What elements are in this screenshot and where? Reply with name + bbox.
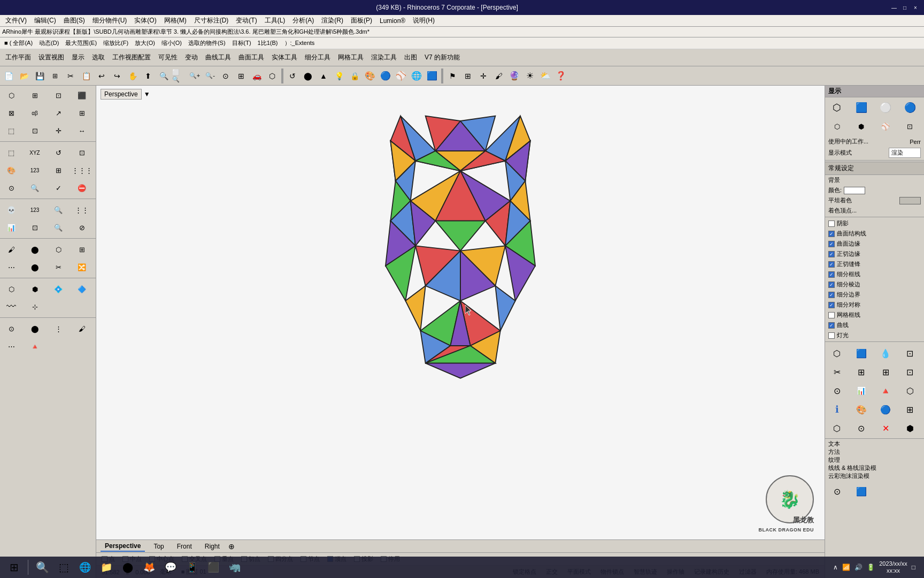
menu-dim[interactable]: 尺寸标注(D) [191, 15, 232, 26]
cmd-extents[interactable]: 最大范围(E) [63, 39, 99, 48]
rbi-5[interactable]: ✂ [826, 363, 848, 381]
tb-icon-viewport2[interactable]: ⬡ [265, 69, 280, 83]
lt-icon-16[interactable]: ⊡ [72, 144, 92, 161]
tb-icon-flag[interactable]: ⚑ [445, 69, 460, 83]
tb-v7[interactable]: V7 的新功能 [421, 52, 463, 63]
tb-icon-open[interactable]: 📂 [17, 69, 32, 83]
menu-curve[interactable]: 曲图(S) [60, 15, 88, 26]
lt-icon-37[interactable]: ⋯ [1, 258, 21, 276]
tb-workplane[interactable]: 工作平面 [2, 52, 34, 63]
ri-ico3[interactable]: ⚾ [875, 117, 896, 135]
tb-icon-copy[interactable]: ⊞ [48, 69, 63, 83]
ri-persp[interactable]: ⬡ [826, 98, 848, 117]
lt-icon-43[interactable]: 💠 [48, 280, 68, 298]
menu-panel[interactable]: 面板(P) [348, 15, 375, 26]
lt-icon-50[interactable]: 🖌 [72, 320, 92, 337]
lt-icon-3[interactable]: ⊡ [48, 87, 68, 104]
rbvi-1[interactable]: ⊙ [826, 482, 848, 500]
tb-icon-lamp[interactable]: 💡 [332, 69, 346, 83]
cmd-dynamic[interactable]: 动态(D) [37, 39, 61, 48]
rbi-7[interactable]: ⊞ [875, 363, 896, 381]
menu-lumion[interactable]: Lumion® [376, 16, 409, 26]
tb-icon-help[interactable]: ❓ [553, 69, 568, 83]
cb-meshedge-box[interactable]: ✓ [828, 271, 835, 278]
lt-icon-18[interactable]: 123 [25, 162, 45, 179]
lt-icon-20[interactable]: ⋮⋮⋮ [72, 162, 92, 179]
tb-icon-pan[interactable]: ✋ [125, 69, 140, 83]
menu-edit[interactable]: 编辑(C) [31, 15, 59, 26]
rbi-16[interactable]: ⊞ [899, 400, 921, 419]
right-color-swatch[interactable] [844, 187, 865, 194]
rbi-14[interactable]: 🎨 [851, 400, 872, 419]
lt-icon-11[interactable]: ✛ [48, 122, 68, 139]
rbi-1[interactable]: ⬡ [826, 344, 848, 362]
tb-viewport[interactable]: 工作视图配置 [109, 52, 154, 63]
tb-display[interactable]: 显示 [68, 52, 88, 63]
lt-icon-31[interactable]: 🔍 [48, 219, 68, 236]
cb-lights-box[interactable] [828, 332, 835, 339]
tb-icon-r2[interactable]: ⬤ [301, 69, 315, 83]
lt-icon-30[interactable]: ⊡ [25, 219, 45, 236]
lt-icon-39[interactable]: ✂ [48, 258, 68, 276]
taskbar-app3[interactable]: ⬛ [204, 558, 223, 577]
rbvi-2[interactable]: 🟦 [851, 482, 872, 500]
tb-icon-triangle[interactable]: ▲ [316, 69, 331, 83]
lt-icon-24[interactable]: ⛔ [72, 179, 92, 196]
rbi-9[interactable]: ⊙ [826, 382, 848, 400]
cmd-ratio[interactable]: 1比1(B) [256, 39, 280, 48]
lt-icon-15[interactable]: ↺ [48, 144, 68, 161]
cb-meshedge2-box[interactable]: ✓ [828, 282, 835, 288]
cb-subdbnd-box[interactable]: ✓ [828, 292, 835, 298]
lt-icon-29[interactable]: 📊 [1, 219, 21, 236]
lt-icon-13[interactable]: ⬚ [1, 144, 21, 161]
lt-icon-12[interactable]: ↔ [72, 122, 92, 139]
menu-subd[interactable]: 细分物件(U) [89, 15, 130, 26]
lt-icon-36[interactable]: ⊞ [72, 241, 92, 258]
menu-render[interactable]: 渲染(R) [318, 15, 346, 26]
lt-icon-46[interactable]: ⊹ [25, 298, 45, 315]
lt-icon-27[interactable]: 🔍 [48, 201, 68, 218]
rbi-11[interactable]: 🔺 [875, 382, 896, 400]
tb-icon-gizmo[interactable]: ✛ [476, 69, 491, 83]
right-flat-swatch[interactable] [899, 197, 921, 204]
lt-icon-25[interactable]: 💀 [1, 201, 21, 218]
ri-ico1[interactable]: ⬡ [826, 117, 848, 135]
tb-mesh-tools[interactable]: 网格工具 [335, 52, 367, 63]
tb-icon-r1[interactable]: ↺ [285, 69, 300, 83]
lt-icon-38[interactable]: ⬤ [25, 258, 45, 276]
tab-top[interactable]: Top [149, 542, 168, 551]
menu-mesh[interactable]: 网格(M) [161, 15, 190, 26]
taskbar-explorer[interactable]: 📁 [97, 558, 116, 577]
tb-subd-tools[interactable]: 细分工具 [302, 52, 334, 63]
tb-icon-mat[interactable]: 🎨 [363, 69, 378, 83]
tb-icon-cloud[interactable]: ⛅ [538, 69, 553, 83]
lt-icon-48[interactable]: ⬤ [25, 320, 45, 337]
ri-ico4[interactable]: ⊡ [899, 117, 921, 135]
tb-icon-viewport1[interactable]: 🚗 [249, 69, 264, 83]
menu-tools[interactable]: 工具(L) [261, 15, 289, 26]
add-viewport-icon[interactable]: ⊕ [228, 542, 235, 551]
lt-icon-41[interactable]: ⬡ [1, 280, 21, 298]
tb-curve-tools[interactable]: 曲线工具 [202, 52, 234, 63]
tb-icon-lock[interactable]: 🔒 [347, 69, 362, 83]
rbi-2[interactable]: 🟦 [851, 344, 872, 362]
cmd-extents2[interactable]: ）:_Extents [282, 39, 317, 48]
tb-icon-sphere[interactable]: ⚾ [394, 69, 409, 83]
tab-perspective[interactable]: Perspective [101, 541, 145, 552]
lt-icon-45[interactable]: 〰 [1, 298, 21, 315]
menu-file[interactable]: 文件(V) [2, 15, 30, 26]
lt-icon-5[interactable]: ⊠ [1, 104, 21, 121]
tb-icon-grid[interactable]: ⊞ [234, 69, 249, 83]
lt-icon-10[interactable]: ⊡ [25, 122, 45, 139]
cb-subdpair-box[interactable]: ✓ [828, 302, 835, 308]
rbi-19[interactable]: ✕ [875, 419, 896, 437]
tb-icon-grid2[interactable]: ⊞ [460, 69, 475, 83]
lt-icon-28[interactable]: ⋮⋮ [72, 201, 92, 218]
tb-icon-select[interactable]: ⬆ [141, 69, 156, 83]
tab-front[interactable]: Front [173, 542, 196, 551]
cb-shadow-box[interactable] [828, 220, 835, 227]
rbi-13[interactable]: ℹ [826, 400, 848, 419]
rbi-18[interactable]: ⊙ [851, 419, 872, 437]
rbi-4[interactable]: ⊡ [899, 344, 921, 362]
rbi-6[interactable]: ⊞ [851, 363, 872, 381]
